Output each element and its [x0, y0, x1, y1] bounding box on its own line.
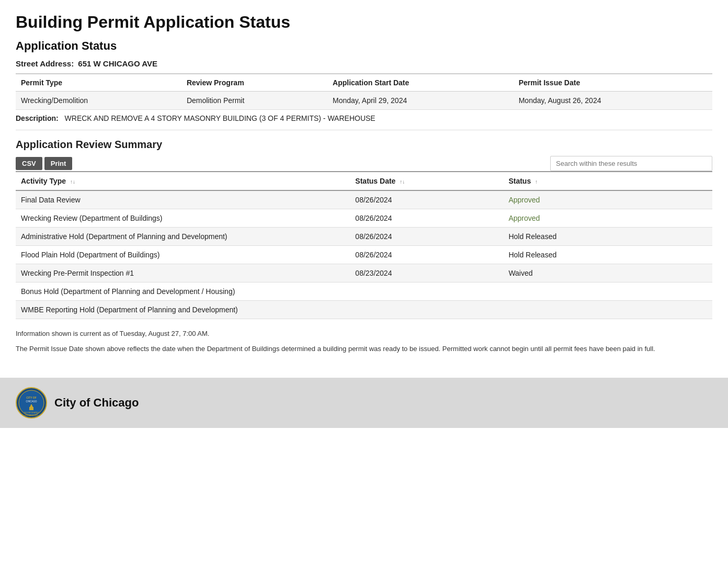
review-row: Bonus Hold (Department of Planning and D… — [16, 283, 712, 301]
review-summary-title: Application Review Summary — [16, 139, 712, 151]
col-permit-type: Permit Type — [16, 74, 181, 92]
csv-button[interactable]: CSV — [16, 157, 42, 170]
review-row: Flood Plain Hold (Department of Building… — [16, 246, 712, 264]
search-input[interactable] — [550, 156, 712, 171]
review-row: WMBE Reporting Hold (Department of Plann… — [16, 301, 712, 319]
sort-date-icon[interactable]: ↑↓ — [400, 179, 405, 185]
page-title: Building Permit Application Status — [16, 13, 712, 32]
review-table: Activity Type ↑↓ Status Date ↑↓ Status ↑… — [16, 171, 712, 319]
footer-note1: Information shown is current as of Tuesd… — [16, 329, 712, 340]
review-row: Administrative Hold (Department of Plann… — [16, 228, 712, 246]
city-footer: CITY OF CHICAGO INCORPORATED 4TH MARCH 1… — [0, 378, 728, 428]
sort-status-icon[interactable]: ↑ — [535, 179, 538, 185]
street-value: 651 W CHICAGO AVE — [78, 59, 157, 68]
street-address: Street Address: 651 W CHICAGO AVE — [16, 59, 712, 68]
col-status: Status ↑ — [503, 172, 712, 190]
sort-activity-icon[interactable]: ↑↓ — [70, 179, 75, 185]
toolbar: CSV Print — [16, 156, 712, 171]
section-title: Application Status — [16, 39, 712, 53]
description-label: Description: — [16, 114, 59, 122]
svg-text:CITY OF: CITY OF — [26, 396, 37, 399]
review-row: Final Data Review08/26/2024Approved — [16, 190, 712, 209]
permit-table: Permit Type Review Program Application S… — [16, 73, 712, 110]
col-permit-issue-date: Permit Issue Date — [514, 74, 712, 92]
svg-text:CHICAGO: CHICAGO — [26, 400, 37, 403]
street-label: Street Address: — [16, 59, 74, 68]
col-status-date: Status Date ↑↓ — [350, 172, 503, 190]
review-row: Wrecking Pre-Permit Inspection #108/23/2… — [16, 264, 712, 283]
svg-rect-5 — [29, 407, 33, 410]
svg-text:4TH MARCH 1837: 4TH MARCH 1837 — [25, 414, 38, 416]
description-value: WRECK AND REMOVE A 4 STORY MASONRY BUILD… — [65, 114, 376, 122]
review-row: Wrecking Review (Department of Buildings… — [16, 209, 712, 228]
footer-notes: Information shown is current as of Tuesd… — [16, 329, 712, 355]
print-button[interactable]: Print — [44, 157, 73, 170]
col-review-program: Review Program — [181, 74, 327, 92]
city-seal-icon: CITY OF CHICAGO INCORPORATED 4TH MARCH 1… — [16, 387, 47, 419]
city-name: City of Chicago — [54, 396, 139, 410]
col-activity-type: Activity Type ↑↓ — [16, 172, 350, 190]
col-app-start-date: Application Start Date — [327, 74, 514, 92]
permit-row: Wrecking/DemolitionDemolition PermitMond… — [16, 92, 712, 110]
svg-text:INCORPORATED: INCORPORATED — [24, 412, 39, 414]
description-row: Description: WRECK AND REMOVE A 4 STORY … — [16, 110, 712, 130]
toolbar-left: CSV Print — [16, 157, 72, 170]
footer-note2: The Permit Issue Date shown above reflec… — [16, 344, 712, 355]
